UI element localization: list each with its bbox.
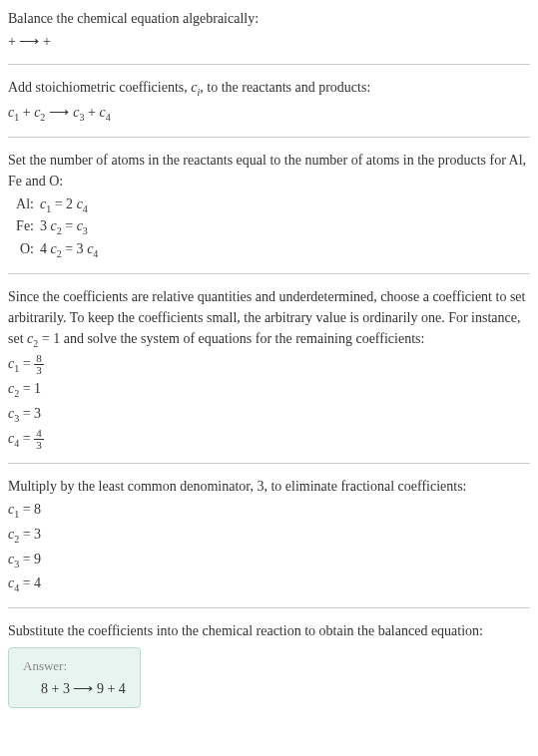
- stoich-text: Add stoichiometric coefficients, ci, to …: [8, 77, 530, 100]
- mult-section: Multiply by the least common denominator…: [8, 476, 530, 595]
- stoich-equation: c1 + c2 ⟶ c3 + c4: [8, 102, 530, 125]
- divider: [8, 137, 530, 138]
- atom-row-fe: Fe: 3 c2 = c3: [8, 215, 530, 238]
- divider: [8, 607, 530, 608]
- intro-line1: Balance the chemical equation algebraica…: [8, 8, 530, 29]
- mult-c1: c1 = 8: [8, 499, 530, 522]
- choose-section: Since the coefficients are relative quan…: [8, 286, 530, 451]
- stoich-section: Add stoichiometric coefficients, ci, to …: [8, 77, 530, 125]
- answer-box: Answer: 8 + 3 ⟶ 9 + 4: [8, 647, 141, 708]
- intro-line2: + ⟶ +: [8, 31, 530, 52]
- answer-label: Answer:: [23, 658, 126, 674]
- coef-c1: c1 = 83: [8, 353, 530, 376]
- atom-row-o: O: 4 c2 = 3 c4: [8, 238, 530, 261]
- divider: [8, 64, 530, 65]
- atoms-section: Set the number of atoms in the reactants…: [8, 150, 530, 261]
- subst-section: Substitute the coefficients into the che…: [8, 620, 530, 708]
- choose-text: Since the coefficients are relative quan…: [8, 286, 530, 351]
- mult-c3: c3 = 9: [8, 549, 530, 571]
- intro-section: Balance the chemical equation algebraica…: [8, 8, 530, 52]
- subst-text: Substitute the coefficients into the che…: [8, 620, 530, 641]
- coef-c3: c3 = 3: [8, 403, 530, 426]
- mult-text: Multiply by the least common denominator…: [8, 476, 530, 497]
- atoms-text: Set the number of atoms in the reactants…: [8, 150, 530, 191]
- answer-equation: 8 + 3 ⟶ 9 + 4: [23, 680, 126, 697]
- coef-c4: c4 = 43: [8, 428, 530, 451]
- divider: [8, 273, 530, 274]
- atom-row-al: Al: c1 = 2 c4: [8, 193, 530, 216]
- coef-c2: c2 = 1: [8, 378, 530, 401]
- mult-c4: c4 = 4: [8, 572, 530, 595]
- mult-c2: c2 = 3: [8, 524, 530, 547]
- divider: [8, 463, 530, 464]
